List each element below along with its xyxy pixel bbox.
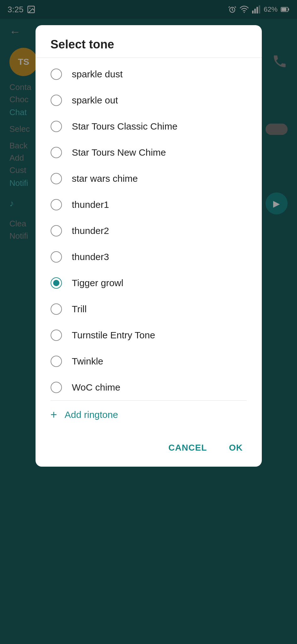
radio-circle-twinkle — [51, 356, 62, 367]
radio-circle-woc-chime — [51, 382, 62, 393]
ok-button[interactable]: OK — [223, 438, 249, 457]
cancel-button[interactable]: CANCEL — [162, 438, 213, 457]
add-ringtone-plus-icon: + — [51, 408, 57, 421]
radio-circle-sparkle-out — [51, 95, 62, 106]
radio-item-thunder3[interactable]: thunder3 — [36, 244, 262, 270]
radio-circle-trill — [51, 303, 62, 315]
radio-item-sparkle-dust[interactable]: sparkle dust — [36, 61, 262, 87]
radio-label-thunder2: thunder2 — [72, 225, 109, 237]
radio-label-woc-chime: WoC chime — [72, 381, 120, 393]
dialog-actions: CANCEL OK — [36, 432, 262, 467]
radio-circle-star-wars-chime — [51, 173, 62, 184]
radio-item-thunder2[interactable]: thunder2 — [36, 218, 262, 244]
radio-label-twinkle: Twinkle — [72, 355, 103, 367]
radio-circle-star-tours-classic — [51, 121, 62, 132]
radio-circle-thunder2 — [51, 225, 62, 236]
radio-item-tigger-growl[interactable]: Tigger growl — [36, 270, 262, 296]
radio-item-star-tours-new[interactable]: Star Tours New Chime — [36, 139, 262, 165]
radio-label-turnstile-entry: Turnstile Entry Tone — [72, 329, 155, 341]
radio-label-sparkle-out: sparkle out — [72, 94, 118, 106]
radio-item-woc-chime[interactable]: WoC chime — [36, 374, 262, 400]
radio-circle-thunder1 — [51, 199, 62, 210]
radio-item-turnstile-entry[interactable]: Turnstile Entry Tone — [36, 322, 262, 348]
radio-item-star-wars-chime[interactable]: star wars chime — [36, 165, 262, 192]
add-ringtone-label: Add ringtone — [65, 409, 118, 420]
radio-item-sparkle-out[interactable]: sparkle out — [36, 87, 262, 113]
radio-label-tigger-growl: Tigger growl — [72, 277, 124, 289]
dialog-content[interactable]: sparkle dustsparkle outStar Tours Classi… — [36, 58, 262, 432]
radio-item-trill[interactable]: Trill — [36, 296, 262, 322]
radio-circle-tigger-growl — [51, 277, 62, 289]
radio-label-star-wars-chime: star wars chime — [72, 172, 138, 185]
add-ringtone-button[interactable]: + Add ringtone — [36, 401, 262, 429]
radio-label-trill: Trill — [72, 303, 87, 315]
radio-item-star-tours-classic[interactable]: Star Tours Classic Chime — [36, 113, 262, 139]
radio-label-thunder1: thunder1 — [72, 198, 109, 211]
dialog-overlay: Select tone sparkle dustsparkle outStar … — [0, 0, 297, 644]
select-tone-dialog: Select tone sparkle dustsparkle outStar … — [36, 25, 262, 467]
radio-item-twinkle[interactable]: Twinkle — [36, 348, 262, 374]
radio-label-sparkle-dust: sparkle dust — [72, 68, 123, 80]
dialog-title: Select tone — [36, 25, 262, 58]
radio-circle-star-tours-new — [51, 147, 62, 158]
radio-label-star-tours-classic: Star Tours Classic Chime — [72, 120, 178, 132]
radio-item-thunder1[interactable]: thunder1 — [36, 192, 262, 218]
radio-circle-sparkle-dust — [51, 69, 62, 80]
radio-circle-thunder3 — [51, 251, 62, 263]
radio-label-thunder3: thunder3 — [72, 251, 109, 263]
radio-circle-turnstile-entry — [51, 330, 62, 341]
radio-label-star-tours-new: Star Tours New Chime — [72, 146, 166, 158]
